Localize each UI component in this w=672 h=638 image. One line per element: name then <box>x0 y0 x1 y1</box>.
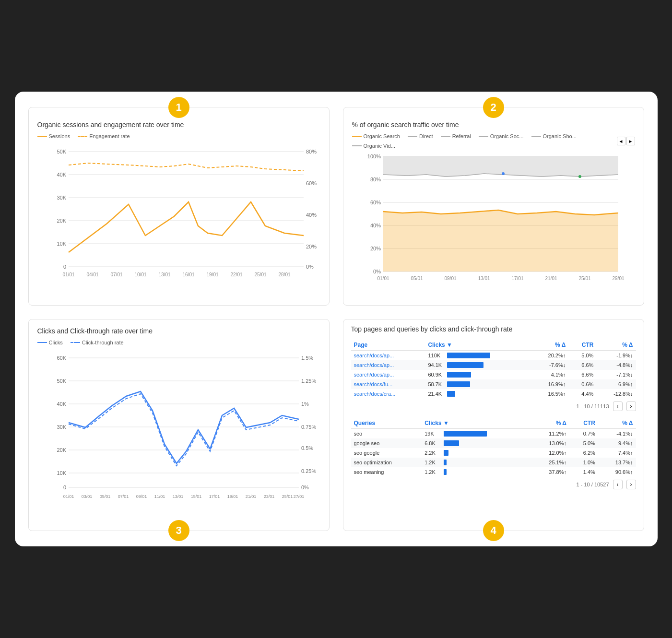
svg-text:0: 0 <box>63 264 66 270</box>
table-row: google seo 6.8K 13.0%↑ 5.0% 9.4%↑ <box>351 438 636 448</box>
query-cell: seo meaning <box>351 467 422 477</box>
card-4-title: Top pages and queries by clicks and clic… <box>351 325 636 333</box>
legend-organic-sho-label: Organic Sho... <box>543 133 577 139</box>
svg-point-49 <box>502 172 505 175</box>
queries-col-query: Queries <box>351 418 422 429</box>
legend-engagement: Engagement rate <box>78 133 130 139</box>
legend-ctr-label: Click-through rate <box>82 340 124 345</box>
legend-organic-search: Organic Search <box>352 133 400 139</box>
svg-text:21/01: 21/01 <box>245 494 256 499</box>
ctr-cell: 6.2% <box>569 448 598 458</box>
pct-delta-cell: 4.1%↑ <box>532 370 568 379</box>
svg-text:10K: 10K <box>57 470 66 476</box>
pct-delta-cell: 13.0%↑ <box>531 438 569 448</box>
svg-text:01/01: 01/01 <box>377 276 389 281</box>
pages-prev-button[interactable]: ‹ <box>613 402 623 411</box>
page-cell: search/docs/cra... <box>351 389 425 399</box>
ctr-delta-cell: -4.1%↓ <box>598 429 636 439</box>
pages-col-ctr-delta: % Δ <box>596 340 636 351</box>
pages-col-pct-delta: % Δ <box>532 340 568 351</box>
legend-referral: Referral <box>441 133 471 139</box>
pct-delta-cell: 37.8%↑ <box>531 467 569 477</box>
svg-text:05/01: 05/01 <box>411 276 423 281</box>
svg-text:0: 0 <box>63 484 66 490</box>
pct-delta-cell: 16.9%↑ <box>532 379 568 389</box>
svg-text:01/01: 01/01 <box>62 272 74 277</box>
badge-3: 3 <box>168 520 189 541</box>
queries-col-pct-delta: % Δ <box>531 418 569 429</box>
queries-col-ctr: CTR <box>569 418 598 429</box>
ctr-cell: 4.4% <box>568 389 596 399</box>
ctr-delta-cell: 13.7%↑ <box>598 458 636 467</box>
svg-text:13/01: 13/01 <box>158 272 170 277</box>
queries-col-clicks[interactable]: Clicks ▼ <box>422 418 531 429</box>
svg-text:09/01: 09/01 <box>444 276 456 281</box>
svg-text:30K: 30K <box>57 195 66 201</box>
svg-text:50K: 50K <box>57 378 66 384</box>
legend-next-button[interactable]: ► <box>626 137 635 145</box>
svg-text:27/01: 27/01 <box>293 494 304 499</box>
queries-prev-button[interactable]: ‹ <box>613 480 623 489</box>
queries-pagination-text: 1 - 10 / 10527 <box>577 482 609 487</box>
svg-text:0%: 0% <box>306 264 314 270</box>
pct-delta-cell: 20.2%↑ <box>532 351 568 361</box>
svg-text:21/01: 21/01 <box>545 276 557 281</box>
direct-icon <box>408 136 417 137</box>
queries-col-ctr-delta: % Δ <box>598 418 636 429</box>
svg-text:10K: 10K <box>57 241 66 247</box>
ctr-line-icon <box>71 342 80 343</box>
ctr-delta-cell: 90.6%↑ <box>598 467 636 477</box>
ctr-delta-cell: 9.4%↑ <box>598 438 636 448</box>
dashboard: 1 Organic sessions and engagement rate o… <box>15 92 658 546</box>
card-3: 3 Clicks and Click-through rate over tim… <box>28 319 330 531</box>
clicks-cell: 1.2K <box>422 458 531 467</box>
svg-text:03/01: 03/01 <box>81 494 92 499</box>
ctr-cell: 5.0% <box>568 351 596 361</box>
table-row: seo 19K 11.2%↑ 0.7% -4.1%↓ <box>351 429 636 439</box>
page-cell: search/docs/ap... <box>351 351 425 361</box>
svg-text:07/01: 07/01 <box>118 494 129 499</box>
svg-text:05/01: 05/01 <box>99 494 110 499</box>
card-2: 2 % of organic search traffic over time … <box>343 107 644 306</box>
queries-table: Queries Clicks ▼ % Δ CTR % Δ seo 19K 11.… <box>351 418 636 477</box>
legend-organic-sho: Organic Sho... <box>531 133 577 139</box>
pages-next-button[interactable]: › <box>626 402 636 411</box>
queries-next-button[interactable]: › <box>626 480 636 489</box>
table-row: seo optimization 1.2K 25.1%↑ 1.0% 13.7%↑ <box>351 458 636 467</box>
table-row: search/docs/cra... 21.4K 16.5%↑ 4.4% -12… <box>351 389 636 399</box>
card-1-chart: 50K 40K 30K 20K 10K 0 80% 60% 40% 20% 0% <box>37 142 320 297</box>
svg-text:07/01: 07/01 <box>110 272 122 277</box>
legend-prev-button[interactable]: ◄ <box>617 137 625 145</box>
clicks-line-icon <box>37 342 47 343</box>
legend-organic-search-label: Organic Search <box>364 133 400 139</box>
clicks-cell: 94.1K <box>425 360 532 370</box>
pages-pagination: 1 - 10 / 11113 ‹ › <box>351 402 636 411</box>
badge-1: 1 <box>168 97 189 118</box>
organic-soc-icon <box>479 136 488 137</box>
table-row: search/docs/fu... 58.7K 16.9%↑ 0.6% 6.9%… <box>351 379 636 389</box>
card-2-title: % of organic search traffic over time <box>352 121 635 129</box>
svg-text:50K: 50K <box>57 149 66 154</box>
pages-col-clicks[interactable]: Clicks ▼ <box>425 340 532 351</box>
pages-pagination-text: 1 - 10 / 11113 <box>577 403 609 409</box>
ctr-delta-cell: -12.8%↓ <box>596 389 636 399</box>
svg-text:60K: 60K <box>57 355 66 361</box>
legend-organic-vid-label: Organic Vid... <box>364 143 395 149</box>
table-row: seo google 2.2K 12.0%↑ 6.2% 7.4%↑ <box>351 448 636 458</box>
legend-sessions: Sessions <box>37 133 71 139</box>
card-2-chart: 100% 80% 60% 40% 20% 0% 01/01 0 <box>352 152 635 297</box>
legend-direct: Direct <box>408 133 433 139</box>
table-row: search/docs/ap... 60.9K 4.1%↑ 6.6% -7.1%… <box>351 370 636 379</box>
svg-text:0.75%: 0.75% <box>301 424 316 430</box>
pct-delta-cell: 12.0%↑ <box>531 448 569 458</box>
svg-text:20K: 20K <box>57 218 66 224</box>
svg-text:29/01: 29/01 <box>612 276 624 281</box>
organic-sho-icon <box>531 136 541 137</box>
svg-text:04/01: 04/01 <box>86 272 98 277</box>
legend-organic-vid: Organic Vid... <box>352 143 395 149</box>
svg-text:25/01: 25/01 <box>282 494 293 499</box>
sessions-line-icon <box>37 136 47 137</box>
clicks-cell: 60.9K <box>425 370 532 379</box>
legend-engagement-label: Engagement rate <box>89 133 130 139</box>
svg-text:60%: 60% <box>370 200 380 205</box>
